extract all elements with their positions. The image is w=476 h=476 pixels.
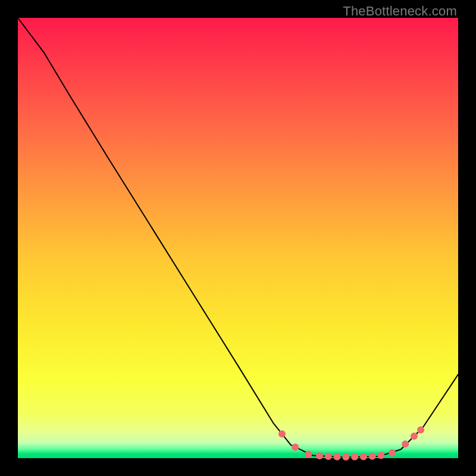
- marker-dot: [325, 453, 332, 460]
- marker-dot: [278, 430, 286, 437]
- marker-dot: [378, 452, 385, 459]
- marker-dot: [389, 449, 396, 456]
- marker-dot: [292, 444, 299, 451]
- marker-dot: [360, 453, 367, 460]
- marker-dot: [305, 450, 312, 458]
- bottleneck-curve: [18, 18, 458, 458]
- marker-dot: [351, 453, 358, 461]
- marker-dot: [417, 427, 424, 434]
- marker-dot: [402, 440, 409, 447]
- marker-dot: [316, 452, 323, 459]
- optimal-range-dots: [278, 427, 424, 461]
- marker-dot: [342, 453, 349, 461]
- marker-dot: [411, 433, 418, 440]
- watermark-text: TheBottleneck.com: [343, 4, 457, 19]
- marker-dot: [334, 453, 341, 461]
- marker-dot: [369, 453, 376, 460]
- curve-layer: [18, 18, 458, 458]
- chart-frame: TheBottleneck.com: [0, 0, 476, 476]
- plot-area: [18, 18, 458, 458]
